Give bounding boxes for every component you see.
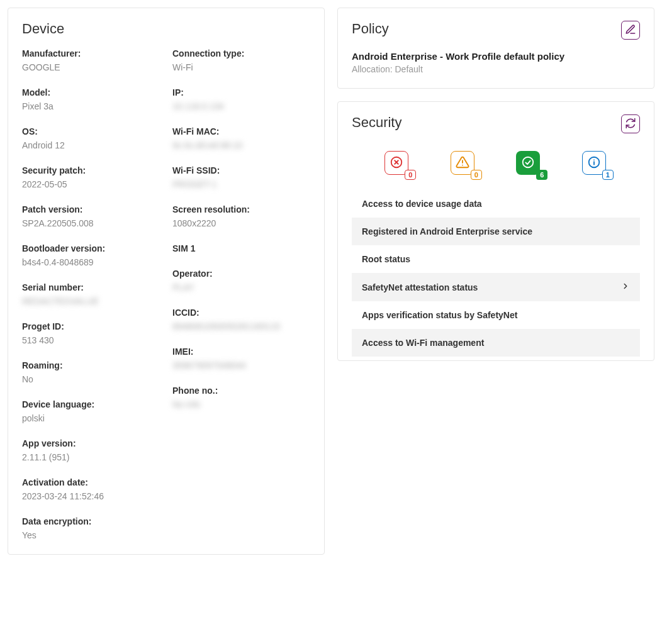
device-field-value: Yes: [22, 530, 160, 540]
device-field-label: Screen resolution:: [172, 204, 310, 214]
edit-policy-button[interactable]: [621, 21, 640, 40]
policy-card-title: Policy: [352, 21, 389, 37]
device-field-label: Data encryption:: [22, 516, 160, 526]
device-field-value: Pixel 3a: [22, 101, 160, 111]
info-circle-icon: [587, 155, 601, 171]
device-section-heading: SIM 1: [172, 243, 310, 253]
device-field-label: Security patch:: [22, 165, 160, 175]
security-item[interactable]: Access to Wi-Fi management: [352, 329, 640, 357]
security-card-title: Security: [352, 114, 401, 131]
security-item[interactable]: Apps verification status by SafetyNet: [352, 301, 640, 329]
device-field-label: Connection type:: [172, 48, 310, 58]
alert-triangle-icon: [456, 155, 469, 171]
security-item-label: Apps verification status by SafetyNet: [362, 310, 517, 320]
security-error-stat[interactable]: 0: [384, 151, 410, 176]
device-field-value: 513 430: [22, 335, 160, 345]
device-field: Connection type:Wi-Fi: [172, 48, 310, 72]
device-field-value: 2023-03-24 11:52:46: [22, 491, 160, 501]
security-ok-count: 6: [536, 170, 547, 180]
security-item[interactable]: Access to device usage data: [352, 190, 640, 218]
security-item-label: Access to Wi-Fi management: [362, 338, 484, 348]
device-field-label: App version:: [22, 438, 160, 448]
device-field-value: 1080x2220: [172, 218, 310, 228]
device-field: IMEI:359679097548044: [172, 347, 310, 370]
device-field-value: No: [22, 374, 160, 384]
device-field-label: Wi-Fi SSID:: [172, 165, 310, 175]
check-circle-icon: [521, 155, 535, 171]
device-field: Proget ID:513 430: [22, 321, 160, 345]
policy-card: Policy Android Enterprise - Work Profile…: [337, 8, 654, 89]
device-field: Activation date:2023-03-24 11:52:46: [22, 477, 160, 501]
device-field: Model:Pixel 3a: [22, 87, 160, 111]
device-field: Manufacturer:GOOGLE: [22, 48, 160, 72]
security-item-label: Access to device usage data: [362, 199, 482, 209]
device-field-value: 2.11.1 (951): [22, 452, 160, 462]
device-field-label: Serial number:: [22, 282, 160, 292]
device-field-label: Device language:: [22, 399, 160, 409]
device-field-value: PROGET-1: [172, 179, 310, 189]
device-field-value: 2022-05-05: [22, 179, 160, 189]
device-field-value: No info: [172, 399, 310, 409]
security-info-stat[interactable]: 1: [582, 151, 607, 176]
device-field-value: Android 12: [22, 140, 160, 150]
device-field: ICCID:8948061050055281169115: [172, 308, 310, 331]
security-item[interactable]: Registered in Android Enterprise service: [352, 218, 640, 245]
security-item[interactable]: SafetyNet attestation status: [352, 273, 640, 301]
security-item[interactable]: Root status: [352, 245, 640, 273]
device-field-label: Model:: [22, 87, 160, 97]
chevron-right-icon: [621, 282, 630, 292]
device-card-title: Device: [22, 21, 64, 37]
device-field: OS:Android 12: [22, 126, 160, 150]
device-field-label: IP:: [172, 87, 310, 97]
security-card: Security 0: [337, 101, 654, 361]
device-field: Serial number:REDACTEDVALUE: [22, 282, 160, 306]
policy-name: Android Enterprise - Work Profile defaul…: [352, 51, 640, 62]
device-field: App version:2.11.1 (951): [22, 438, 160, 462]
security-items-list: Access to device usage dataRegistered in…: [352, 190, 640, 357]
policy-allocation: Allocation: Default: [352, 64, 640, 74]
security-ok-stat[interactable]: 6: [516, 151, 541, 176]
device-field-label: IMEI:: [172, 347, 310, 357]
device-field-label: Manufacturer:: [22, 48, 160, 58]
device-field-label: Patch version:: [22, 204, 160, 214]
device-field: Patch version:SP2A.220505.008: [22, 204, 160, 228]
device-field-value: 359679097548044: [172, 360, 310, 370]
security-item-label: Registered in Android Enterprise service: [362, 226, 532, 236]
svg-point-5: [523, 157, 534, 167]
device-field-label: Operator:: [172, 269, 310, 279]
device-field: Device language:polski: [22, 399, 160, 423]
device-field-label: Bootloader version:: [22, 243, 160, 253]
device-field: Roaming:No: [22, 360, 160, 384]
device-field-label: OS:: [22, 126, 160, 136]
device-field-value: PLAY: [172, 282, 310, 292]
refresh-icon: [625, 118, 636, 131]
device-field: Wi-Fi MAC:9c:0c:d0:e8:98:10: [172, 126, 310, 150]
device-field: SIM 1: [172, 243, 310, 253]
device-card: Device Manufacturer:GOOGLEModel:Pixel 3a…: [8, 8, 325, 555]
device-field: Screen resolution:1080x2220: [172, 204, 310, 228]
pencil-icon: [625, 24, 636, 37]
device-field: IP:10.118.0.134: [172, 87, 310, 111]
device-field-label: Roaming:: [22, 360, 160, 370]
security-summary-icons: 0 0 6: [352, 145, 640, 190]
device-field-label: Wi-Fi MAC:: [172, 126, 310, 136]
device-field-label: ICCID:: [172, 308, 310, 318]
security-warning-stat[interactable]: 0: [451, 151, 476, 176]
device-field: Data encryption:Yes: [22, 516, 160, 540]
refresh-security-button[interactable]: [621, 114, 640, 133]
device-field: Bootloader version:b4s4-0.4-8048689: [22, 243, 160, 267]
device-field-value: REDACTEDVALUE: [22, 296, 160, 306]
x-circle-icon: [390, 155, 403, 171]
security-info-count: 1: [602, 170, 614, 180]
security-item-label: SafetyNet attestation status: [362, 282, 478, 292]
device-field-value: 9c:0c:d0:e8:98:10: [172, 140, 310, 150]
device-field-value: polski: [22, 413, 160, 423]
device-field-value: 8948061050055281169115: [172, 321, 310, 331]
device-fields: Manufacturer:GOOGLEModel:Pixel 3aOS:Andr…: [22, 48, 310, 540]
security-error-count: 0: [405, 170, 416, 180]
device-field-value: 10.118.0.134: [172, 101, 310, 111]
device-field: Security patch:2022-05-05: [22, 165, 160, 189]
device-field-label: Phone no.:: [172, 386, 310, 396]
device-field: Operator:PLAY: [172, 269, 310, 292]
device-field: Wi-Fi SSID:PROGET-1: [172, 165, 310, 189]
